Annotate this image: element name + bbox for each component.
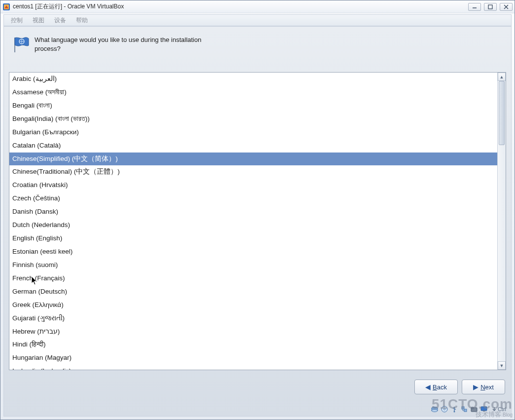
- language-option[interactable]: Gujarati (ગુજરાતી): [9, 312, 497, 325]
- scroll-down-button[interactable]: ▼: [498, 361, 506, 370]
- network-icon[interactable]: [460, 405, 468, 413]
- menu-devices[interactable]: 设备: [49, 16, 71, 25]
- language-option[interactable]: Assamese (অসমীয়া): [9, 86, 497, 99]
- scroll-thumb[interactable]: [499, 81, 505, 145]
- language-option[interactable]: Hindi (हिन्दी): [9, 338, 497, 351]
- language-list-container: Arabic (العربية)Assamese (অসমীয়া)Bengal…: [9, 72, 506, 370]
- language-option[interactable]: Hungarian (Magyar): [9, 351, 497, 365]
- titlebar: centos1 [正在运行] - Oracle VM VirtualBox: [0, 0, 515, 13]
- menu-help[interactable]: 帮助: [71, 16, 93, 25]
- optical-disk-icon[interactable]: [441, 405, 448, 413]
- language-option[interactable]: Greek (Ελληνικά): [9, 299, 497, 312]
- status-tray: Ctrl: [431, 405, 506, 413]
- scroll-up-button[interactable]: ▲: [498, 73, 506, 81]
- scroll-track[interactable]: [498, 81, 506, 361]
- language-option[interactable]: Arabic (العربية): [9, 73, 497, 86]
- shared-folder-icon[interactable]: [470, 405, 478, 413]
- language-option[interactable]: Chinese(Traditional) (中文（正體）): [9, 165, 497, 179]
- language-list[interactable]: Arabic (العربية)Assamese (অসমীয়া)Bengal…: [9, 73, 497, 370]
- next-button[interactable]: ▶ Next: [462, 380, 505, 394]
- menu-view[interactable]: 视图: [28, 16, 49, 25]
- display-icon[interactable]: [480, 405, 488, 413]
- back-button[interactable]: ◀ Back: [414, 380, 458, 394]
- language-option[interactable]: Estonian (eesti keel): [9, 245, 497, 259]
- language-option[interactable]: Chinese(Simplified) (中文（简体）): [9, 153, 497, 166]
- close-button[interactable]: [500, 3, 513, 11]
- menu-control[interactable]: 控制: [6, 16, 28, 25]
- language-option[interactable]: Dutch (Nederlands): [9, 219, 497, 232]
- scrollbar[interactable]: ▲ ▼: [497, 73, 506, 370]
- flag-icon: [12, 36, 30, 53]
- svg-rect-23: [483, 411, 485, 412]
- svg-rect-16: [462, 407, 464, 409]
- arrow-right-icon: ▶: [473, 383, 478, 391]
- window-title: centos1 [正在运行] - Oracle VM VirtualBox: [13, 2, 468, 11]
- language-option[interactable]: English (English): [9, 232, 497, 245]
- menubar: 控制 视图 设备 帮助: [3, 14, 512, 26]
- host-key-text: Ctrl: [498, 406, 506, 412]
- language-option[interactable]: Catalan (Català): [9, 139, 497, 153]
- language-option[interactable]: German (Deutsch): [9, 285, 497, 299]
- maximize-button[interactable]: [484, 3, 497, 11]
- prompt-row: What language would you like to use duri…: [4, 27, 511, 58]
- back-button-label: Back: [433, 383, 447, 391]
- language-option[interactable]: Czech (Čeština): [9, 192, 497, 205]
- language-option[interactable]: Bengali(India) (বাংলা (ভারত)): [9, 113, 497, 126]
- svg-point-14: [443, 409, 445, 410]
- language-option[interactable]: Hebrew (עברית): [9, 325, 497, 339]
- virtualbox-window: centos1 [正在运行] - Oracle VM VirtualBox 控制…: [0, 0, 515, 420]
- language-option[interactable]: Bengali (বাংলা): [9, 99, 497, 113]
- language-option[interactable]: Bulgarian (Български): [9, 126, 497, 139]
- language-option[interactable]: Croatian (Hrvatski): [9, 179, 497, 192]
- language-option[interactable]: French (Français): [9, 272, 497, 285]
- language-option[interactable]: Danish (Dansk): [9, 205, 497, 219]
- language-option[interactable]: Finnish (suomi): [9, 259, 497, 272]
- minimize-button[interactable]: [468, 3, 481, 11]
- next-button-label: Next: [480, 383, 494, 391]
- host-key-indicator: Ctrl: [492, 406, 506, 412]
- svg-rect-3: [488, 5, 492, 9]
- arrow-down-icon: [492, 407, 497, 412]
- prompt-text: What language would you like to use duri…: [35, 36, 212, 53]
- svg-rect-17: [464, 409, 467, 412]
- usb-icon[interactable]: [450, 405, 458, 413]
- content-frame: What language would you like to use duri…: [3, 26, 512, 417]
- button-bar: ◀ Back ▶ Next: [414, 380, 505, 394]
- hard-disk-icon[interactable]: [431, 405, 439, 413]
- arrow-left-icon: ◀: [425, 383, 431, 391]
- language-option[interactable]: Icelandic (Icelandic): [9, 365, 497, 370]
- svg-point-12: [432, 410, 438, 412]
- svg-rect-22: [481, 407, 487, 411]
- virtualbox-icon: [2, 3, 10, 11]
- svg-rect-21: [471, 407, 474, 409]
- window-controls: [468, 3, 513, 11]
- svg-point-15: [453, 411, 455, 413]
